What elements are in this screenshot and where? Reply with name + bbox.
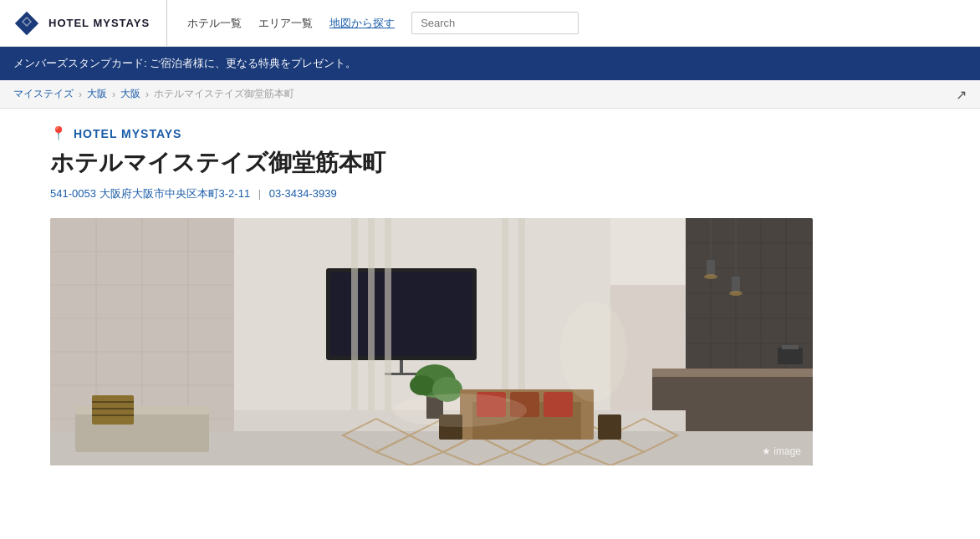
breadcrumb-osaka-1[interactable]: 大阪	[87, 87, 107, 101]
hotel-brand-name: HOTEL MYSTAYS	[74, 127, 181, 140]
svg-point-62	[410, 375, 435, 395]
svg-rect-24	[502, 218, 508, 410]
location-pin-icon: 📍	[50, 125, 67, 141]
breadcrumb-sep-3: ›	[145, 89, 149, 100]
banner-text: メンバーズスタンプカード: ご宿泊者様に、更なる特典をプレゼント。	[13, 56, 356, 71]
hotel-address-text: 541-0053 大阪府大阪市中央区本町3-2-11	[50, 187, 250, 200]
svg-rect-22	[368, 218, 375, 410]
breadcrumb-osaka-2[interactable]: 大阪	[120, 87, 140, 101]
breadcrumb-sep-2: ›	[112, 89, 115, 100]
area-list-link[interactable]: エリア一覧	[258, 16, 313, 31]
svg-rect-21	[351, 218, 358, 410]
logo-area: HOTEL MYSTAYS	[13, 0, 167, 46]
hotel-image: ★ image	[50, 218, 813, 465]
svg-point-44	[729, 291, 743, 296]
svg-rect-46	[652, 369, 813, 377]
svg-rect-25	[518, 218, 525, 410]
breadcrumb: マイステイズ › 大阪 › 大阪 › ホテルマイステイズ御堂筋本町 ↗	[0, 80, 980, 109]
hotel-brand-row: 📍 HOTEL MYSTAYS	[50, 125, 930, 141]
cursor-arrow-icon: ↗	[956, 86, 967, 102]
hotel-phone: 03-3434-3939	[269, 187, 337, 200]
promo-banner: メンバーズスタンプカード: ご宿泊者様に、更なる特典をプレゼント。	[0, 47, 980, 80]
hotel-address-row: 541-0053 大阪府大阪市中央区本町3-2-11 | 03-3434-393…	[50, 186, 930, 201]
breadcrumb-current: ホテルマイステイズ御堂筋本町	[154, 87, 294, 101]
hotel-title: ホテルマイステイズ御堂筋本町	[50, 148, 930, 178]
map-search-link[interactable]: 地図から探す	[329, 16, 395, 31]
address-separator: |	[258, 187, 261, 200]
main-nav: ホテル一覧 エリア一覧 地図から探す	[167, 12, 967, 34]
svg-point-80	[560, 302, 627, 402]
svg-rect-23	[385, 218, 391, 410]
svg-rect-72	[598, 414, 621, 440]
svg-rect-70	[544, 392, 573, 417]
breadcrumb-home[interactable]: マイステイズ	[13, 87, 74, 101]
site-header: HOTEL MYSTAYS ホテル一覧 エリア一覧 地図から探す	[0, 0, 980, 47]
svg-rect-75	[92, 395, 134, 425]
logo-diamond-icon	[13, 10, 40, 37]
svg-rect-47	[778, 348, 803, 364]
hotel-list-link[interactable]: ホテル一覧	[187, 16, 242, 31]
main-content: 📍 HOTEL MYSTAYS ホテルマイステイズ御堂筋本町 541-0053 …	[0, 109, 980, 465]
search-input[interactable]	[411, 12, 579, 34]
svg-rect-48	[782, 345, 799, 349]
svg-point-79	[393, 394, 527, 427]
logo-text: HOTEL MYSTAYS	[48, 17, 150, 30]
svg-point-41	[704, 274, 717, 279]
hotel-lobby-image	[50, 218, 813, 465]
breadcrumb-sep-1: ›	[79, 89, 82, 100]
image-watermark: ★ image	[762, 445, 801, 457]
